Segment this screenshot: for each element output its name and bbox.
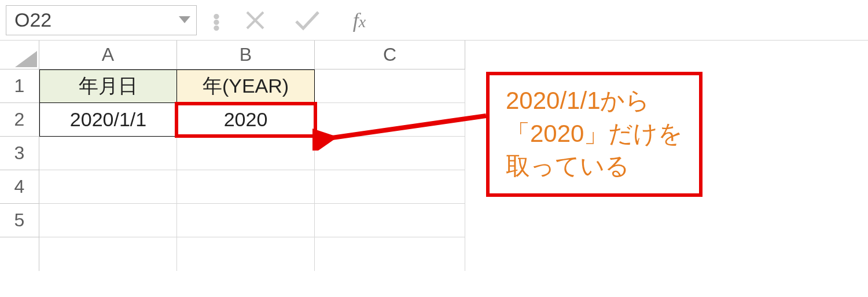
cell-C3[interactable] xyxy=(315,137,465,170)
column-header-A[interactable]: A xyxy=(39,41,177,69)
cell-C2[interactable] xyxy=(315,103,465,137)
column-header-C[interactable]: C xyxy=(315,41,465,69)
annotation-callout: 2020/1/1から 「2020」だけを 取っている xyxy=(486,72,703,197)
formula-bar-icons: ••• fx xyxy=(208,9,375,32)
cell-A3[interactable] xyxy=(39,137,177,170)
callout-line1: 2020/1/1から xyxy=(506,85,683,118)
cell-B2[interactable]: 2020 xyxy=(177,103,315,137)
cell-B4[interactable] xyxy=(177,170,315,204)
cell-B1-value: 年(YEAR) xyxy=(203,73,289,100)
name-box-dropdown-icon[interactable] xyxy=(179,13,190,28)
row-header-2[interactable]: 2 xyxy=(0,103,39,137)
row-header-3[interactable]: 3 xyxy=(0,137,39,170)
cell-B1[interactable]: 年(YEAR) xyxy=(177,69,315,103)
fx-icon: fx xyxy=(353,8,366,32)
cell-C6[interactable] xyxy=(315,237,465,271)
row-header-4[interactable]: 4 xyxy=(0,170,39,204)
cell-A2-value: 2020/1/1 xyxy=(70,108,146,131)
cell-A1[interactable]: 年月日 xyxy=(39,69,177,103)
row-header-1[interactable]: 1 xyxy=(0,69,39,103)
vertical-dots-icon: ••• xyxy=(213,12,219,29)
cell-C4[interactable] xyxy=(315,170,465,204)
cell-B5[interactable] xyxy=(177,204,315,237)
cell-B2-value: 2020 xyxy=(224,108,268,131)
cell-B6[interactable] xyxy=(177,237,315,271)
column-header-B[interactable]: B xyxy=(177,41,315,69)
select-all-corner[interactable] xyxy=(0,41,39,69)
insert-function-button[interactable]: fx xyxy=(344,9,375,32)
cancel-button xyxy=(240,9,271,32)
cell-C5[interactable] xyxy=(315,204,465,237)
cell-A1-value: 年月日 xyxy=(79,73,138,100)
spreadsheet-grid[interactable]: A B C 1 年月日 年(YEAR) 2 2020/1/1 2020 3 4 xyxy=(0,41,868,271)
name-box[interactable]: O22 xyxy=(6,5,197,35)
name-box-value: O22 xyxy=(14,9,52,31)
callout-line2: 「2020」だけを xyxy=(506,118,683,151)
cell-A6[interactable] xyxy=(39,237,177,271)
callout-line3: 取っている xyxy=(506,150,683,183)
row-header-6[interactable] xyxy=(0,237,39,271)
cell-C1[interactable] xyxy=(315,69,465,103)
row-header-5[interactable]: 5 xyxy=(0,204,39,237)
cell-A5[interactable] xyxy=(39,204,177,237)
enter-button xyxy=(292,9,323,32)
cell-A4[interactable] xyxy=(39,170,177,204)
cell-B3[interactable] xyxy=(177,137,315,170)
formula-bar: O22 ••• fx xyxy=(0,0,868,41)
formula-input[interactable] xyxy=(387,5,862,35)
cell-A2[interactable]: 2020/1/1 xyxy=(39,103,177,137)
